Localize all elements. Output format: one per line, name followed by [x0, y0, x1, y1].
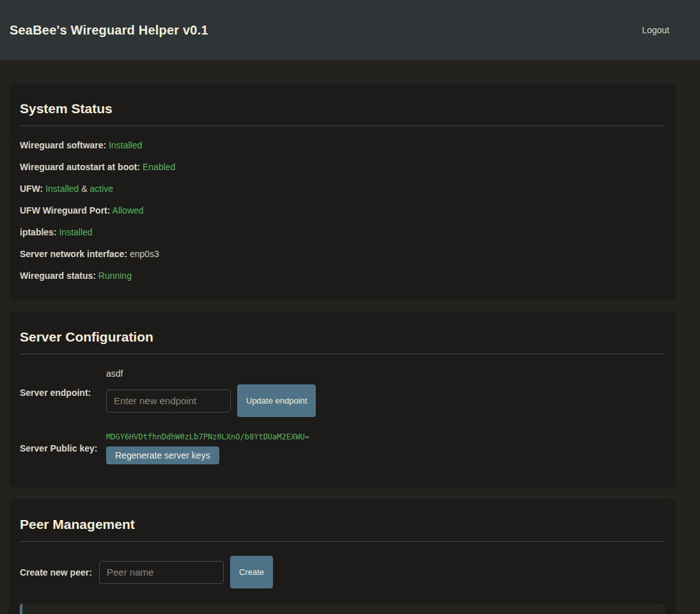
- status-value: Installed: [109, 140, 142, 150]
- app-header: SeaBee's Wireguard Helper v0.1 Logout: [0, 0, 700, 60]
- peer-management-title: Peer Management: [20, 517, 665, 532]
- server-public-key-row: Server Public key: MDGY6HVDtfhnDdhW0zLb7…: [20, 432, 665, 464]
- create-peer-button[interactable]: Create: [230, 556, 273, 588]
- status-value: Installed: [45, 184, 79, 194]
- status-label: UFW Wireguard Port:: [20, 205, 110, 216]
- status-label: Wireguard autostart at boot:: [20, 162, 140, 172]
- divider: [20, 354, 665, 354]
- system-status-title: System Status: [20, 101, 665, 116]
- divider: [20, 125, 665, 126]
- status-value: Enabled: [143, 162, 175, 172]
- server-endpoint-controls: asdf Update endpoint: [106, 368, 316, 417]
- update-endpoint-button[interactable]: Update endpoint: [237, 384, 316, 417]
- status-value: Running: [98, 271, 132, 281]
- app-title: SeaBee's Wireguard Helper v0.1: [10, 23, 208, 38]
- page-main: System Status Wireguard software: Instal…: [0, 60, 700, 614]
- status-row-wireguard-status: Wireguard status: Running: [20, 271, 665, 281]
- server-public-key-controls: MDGY6HVDtfhnDdhW0zLb7PNz0LXnO/b8YtDUaM2E…: [106, 432, 309, 464]
- peer-list-item: ID: 2 Name: asdf Public Key: ckyOHj5Bk87…: [20, 604, 665, 614]
- divider: [20, 541, 665, 542]
- status-separator: &: [81, 184, 87, 194]
- status-label: UFW:: [20, 184, 43, 194]
- server-endpoint-current-value: asdf: [106, 368, 316, 379]
- server-endpoint-input-line: Update endpoint: [106, 384, 316, 417]
- status-value: Allowed: [113, 205, 144, 216]
- status-row-network-interface: Server network interface: enp0s3: [20, 249, 665, 259]
- server-endpoint-row: Server endpoint: asdf Update endpoint: [20, 368, 665, 417]
- status-value-2: active: [89, 184, 113, 194]
- status-value: Installed: [59, 227, 92, 237]
- logout-link[interactable]: Logout: [642, 25, 669, 35]
- server-configuration-card: Server Configuration Server endpoint: as…: [9, 311, 676, 487]
- status-row-iptables: iptables: Installed: [20, 227, 665, 237]
- status-label: Server network interface:: [20, 249, 127, 259]
- status-label: Wireguard software:: [20, 140, 106, 150]
- create-peer-label: Create new peer:: [20, 567, 99, 578]
- system-status-card: System Status Wireguard software: Instal…: [9, 83, 676, 300]
- status-value: enp0s3: [130, 249, 159, 259]
- status-row-autostart: Wireguard autostart at boot: Enabled: [20, 162, 665, 172]
- server-public-key-label: Server Public key:: [20, 443, 106, 453]
- status-label: iptables:: [20, 227, 57, 237]
- status-label: Wireguard status:: [20, 271, 96, 281]
- create-peer-row: Create new peer: Create: [20, 556, 665, 588]
- status-row-ufw: UFW: Installed & active: [20, 184, 665, 194]
- status-row-wireguard-software: Wireguard software: Installed: [20, 140, 665, 150]
- server-public-key-value: MDGY6HVDtfhnDdhW0zLb7PNz0LXnO/b8YtDUaM2E…: [106, 432, 309, 441]
- status-row-ufw-port: UFW Wireguard Port: Allowed: [20, 205, 665, 216]
- peer-management-card: Peer Management Create new peer: Create …: [9, 499, 676, 614]
- server-configuration-title: Server Configuration: [20, 329, 665, 345]
- server-endpoint-label: Server endpoint:: [20, 388, 106, 398]
- create-peer-controls: Create: [99, 556, 273, 588]
- peer-name-input[interactable]: [99, 561, 224, 584]
- regenerate-server-keys-button[interactable]: Regenerate server keys: [106, 446, 219, 464]
- endpoint-input[interactable]: [106, 390, 231, 413]
